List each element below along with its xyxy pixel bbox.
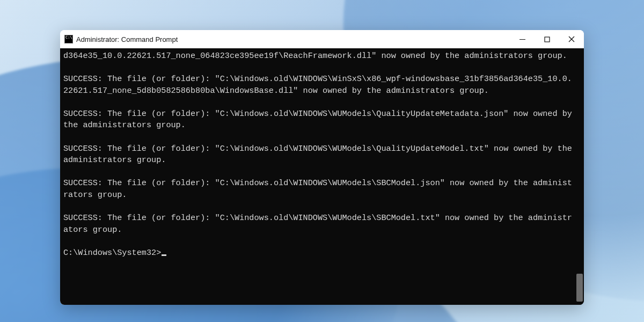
svg-rect-1 (545, 37, 550, 42)
cursor (162, 254, 166, 256)
close-button[interactable] (559, 30, 584, 48)
window-controls (510, 30, 584, 48)
cmd-icon (64, 35, 73, 43)
scrollbar[interactable] (575, 48, 584, 305)
terminal-output[interactable]: d364e35_10.0.22621.517_none_064823ce395e… (60, 48, 575, 305)
titlebar[interactable]: Administrator: Command Prompt (60, 30, 584, 48)
scrollbar-thumb[interactable] (576, 274, 583, 302)
window-title: Administrator: Command Prompt (76, 35, 178, 43)
minimize-button[interactable] (510, 30, 535, 48)
terminal-area: d364e35_10.0.22621.517_none_064823ce395e… (60, 48, 584, 305)
maximize-icon (544, 36, 550, 42)
maximize-button[interactable] (535, 30, 559, 48)
command-prompt-window: Administrator: Command Prompt d364e35_10… (60, 30, 584, 305)
minimize-icon (519, 36, 525, 42)
close-icon (568, 36, 575, 42)
